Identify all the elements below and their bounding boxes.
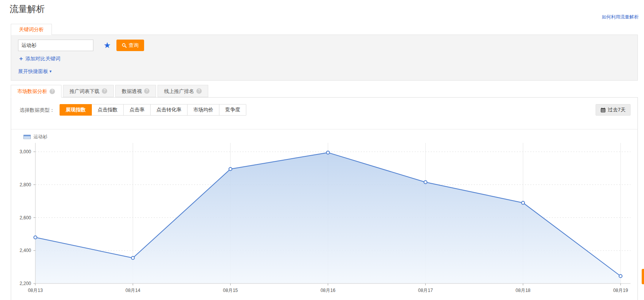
tab-label: 市场数据分析 — [17, 85, 47, 97]
date-range-button[interactable]: 过去7天 — [596, 104, 631, 116]
type-button-click-rate[interactable]: 点击率 — [124, 104, 151, 116]
tab-label: 推广词表下载 — [70, 85, 100, 97]
tab-market-data-analysis[interactable]: 市场数据分析 — [11, 85, 61, 98]
add-compare-keyword-link[interactable]: ＋添加对比关键词 — [18, 55, 60, 62]
svg-text:08月18: 08月18 — [516, 288, 531, 293]
traffic-analysis-page: 流量解析 如何利用流量解析 关键词分析 ★ 查询 ＋添加对比关键词 展开快捷面板… — [0, 0, 644, 300]
svg-text:08月13: 08月13 — [28, 288, 43, 293]
tab-data-perspective[interactable]: 数据透视 — [115, 85, 156, 97]
type-button-market-avg-price[interactable]: 市场均价 — [188, 104, 219, 116]
svg-text:08月19: 08月19 — [613, 288, 628, 293]
chart-toolbar: 选择数据类型： 展现指数 点击指数 点击率 点击转化率 市场均价 竞争度 过去 — [11, 104, 637, 116]
search-button-label: 查询 — [129, 42, 139, 49]
add-compare-label: 添加对比关键词 — [25, 56, 60, 61]
favorite-star-icon[interactable]: ★ — [103, 40, 111, 51]
tab-label: 线上推广排名 — [164, 85, 194, 97]
type-button-click-conversion-rate[interactable]: 点击转化率 — [151, 104, 188, 116]
help-icon[interactable] — [50, 89, 55, 94]
help-icon[interactable] — [144, 88, 149, 94]
expand-quick-panel-link[interactable]: 展开快捷面板▼ — [18, 68, 52, 75]
help-icon[interactable] — [196, 88, 202, 94]
search-button[interactable]: 查询 — [116, 40, 144, 51]
keyword-panel: ★ 查询 ＋添加对比关键词 展开快捷面板▼ — [11, 35, 638, 81]
search-icon — [122, 43, 127, 48]
date-range-label: 过去7天 — [608, 106, 626, 113]
data-type-label: 选择数据类型： — [20, 107, 55, 114]
tab-keyword-analysis[interactable]: 关键词分析 — [11, 24, 52, 35]
type-button-competition[interactable]: 竞争度 — [219, 104, 246, 116]
help-icon[interactable] — [102, 88, 107, 94]
type-button-impression-index[interactable]: 展现指数 — [60, 104, 92, 116]
svg-text:2,800: 2,800 — [20, 182, 31, 187]
tab-label: 数据透视 — [122, 85, 142, 97]
svg-text:08月14: 08月14 — [125, 288, 140, 293]
plus-icon: ＋ — [18, 55, 24, 61]
help-link[interactable]: 如何利用流量解析 — [602, 14, 639, 20]
svg-text:3,000: 3,000 — [20, 149, 31, 154]
page-title: 流量解析 — [10, 3, 45, 15]
analysis-tab-bar: 市场数据分析 推广词表下载 数据透视 线上推广排名 — [11, 85, 210, 97]
svg-text:08月17: 08月17 — [418, 288, 433, 293]
svg-text:2,200: 2,200 — [20, 281, 31, 286]
divider — [11, 129, 637, 129]
tab-keyword-analysis-label: 关键词分析 — [19, 27, 44, 32]
calendar-icon — [601, 108, 606, 113]
tab-online-promo-ranking[interactable]: 线上推广排名 — [158, 85, 208, 97]
expand-quick-panel-label: 展开快捷面板 — [18, 68, 48, 74]
caret-down-icon: ▼ — [49, 70, 52, 73]
keyword-input[interactable] — [18, 40, 93, 51]
tab-promo-wordlist-download[interactable]: 推广词表下载 — [63, 85, 114, 97]
svg-text:2,600: 2,600 — [20, 215, 31, 220]
svg-text:2,400: 2,400 — [20, 248, 31, 253]
feedback-side-tab[interactable] — [642, 269, 644, 284]
chart-area: 2,2002,4002,6002,8003,00008月1308月1408月15… — [14, 138, 637, 297]
type-button-click-index[interactable]: 点击指数 — [92, 104, 124, 116]
line-chart[interactable]: 2,2002,4002,6002,8003,00008月1308月1408月15… — [14, 138, 637, 296]
svg-text:08月16: 08月16 — [320, 288, 335, 293]
svg-text:08月15: 08月15 — [223, 288, 238, 293]
data-type-selector: 展现指数 点击指数 点击率 点击转化率 市场均价 竞争度 — [60, 104, 246, 116]
market-data-panel: 选择数据类型： 展现指数 点击指数 点击率 点击转化率 市场均价 竞争度 过去 — [11, 97, 638, 300]
